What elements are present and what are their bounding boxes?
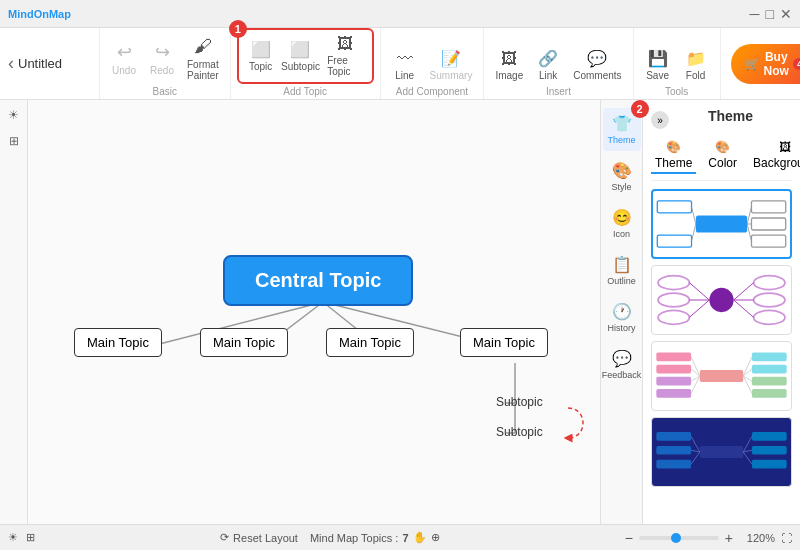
reset-layout-icon[interactable]: ⟳	[220, 531, 229, 544]
fullscreen-icon[interactable]: ⛶	[781, 532, 792, 544]
side-nav-outline[interactable]: 📋 Outline	[603, 249, 641, 292]
side-style-icon: 🎨	[612, 161, 632, 180]
left-sidebar: ☀ ⊞	[0, 100, 28, 524]
add-topic-label: Add Topic	[237, 86, 374, 97]
redo-button[interactable]: ↪ Redo	[144, 38, 180, 79]
image-button[interactable]: 🖼 Image	[490, 47, 528, 84]
svg-rect-52	[656, 460, 691, 469]
line-button[interactable]: 〰 Line	[387, 47, 423, 84]
zoom-out-button[interactable]: −	[625, 530, 633, 546]
maximize-icon[interactable]: □	[766, 6, 774, 22]
side-nav-icon[interactable]: 😊 Icon	[603, 202, 641, 245]
format-painter-button[interactable]: 🖌 Format Painter	[182, 33, 224, 84]
hand-icon[interactable]: ✋	[413, 531, 427, 544]
zoom-slider[interactable]	[639, 536, 719, 540]
theme-thumbnail-2[interactable]	[651, 265, 792, 335]
topic-button[interactable]: ⬜ Topic	[243, 37, 279, 75]
side-feedback-icon: 💬	[612, 349, 632, 368]
svg-rect-37	[752, 353, 787, 362]
undo-button[interactable]: ↩ Undo	[106, 38, 142, 79]
svg-point-22	[658, 310, 689, 324]
cart-icon: 🛒	[745, 57, 760, 71]
zoom-in-button[interactable]: +	[725, 530, 733, 546]
close-icon[interactable]: ✕	[780, 6, 792, 22]
svg-point-23	[754, 276, 785, 290]
minimize-icon[interactable]: ─	[750, 6, 760, 22]
tab-theme[interactable]: 🎨 Theme	[651, 138, 696, 174]
grid-icon[interactable]: ⊞	[26, 531, 35, 544]
svg-point-25	[754, 310, 785, 324]
tab-background[interactable]: 🖼 Background	[749, 138, 800, 174]
main-topic-4[interactable]: Main Topic	[460, 328, 548, 357]
svg-line-15	[692, 224, 696, 241]
svg-rect-13	[751, 235, 785, 247]
theme-thumbnail-4[interactable]	[651, 417, 792, 487]
main-topic-3[interactable]: Main Topic	[326, 328, 414, 357]
window-controls: ─ □ ✕	[750, 6, 792, 22]
subtopic-2[interactable]: Subtopic	[496, 425, 543, 439]
central-topic-node[interactable]: Central Topic	[223, 255, 413, 306]
link-icon: 🔗	[538, 49, 558, 68]
theme-thumbnail-3[interactable]	[651, 341, 792, 411]
buy-now-button[interactable]: 🛒 Buy Now 40%	[731, 44, 800, 84]
svg-rect-55	[752, 460, 787, 469]
side-nav: 2 👕 Theme 🎨 Style 😊 Icon 📋 Outline 🕐	[601, 100, 643, 524]
cursor-icon[interactable]: ⊕	[431, 531, 440, 544]
subtopic-1[interactable]: Subtopic	[496, 395, 543, 409]
grid-button[interactable]: ⊞	[3, 130, 25, 152]
right-panel: 2 👕 Theme 🎨 Style 😊 Icon 📋 Outline 🕐	[600, 100, 800, 524]
collapse-button[interactable]: »	[651, 111, 669, 129]
main-area: ☀ ⊞	[0, 100, 800, 524]
svg-line-29	[734, 283, 754, 300]
main-topic-2[interactable]: Main Topic	[200, 328, 288, 357]
tab-theme-icon: 🎨	[666, 140, 681, 154]
link-button[interactable]: 🔗 Link	[530, 46, 566, 84]
svg-line-31	[734, 300, 754, 317]
redo-icon: ↪	[155, 41, 170, 63]
svg-line-58	[691, 452, 700, 464]
tab-color[interactable]: 🎨 Color	[704, 138, 741, 174]
canvas[interactable]: Central Topic Main Topic Main Topic Main…	[28, 100, 600, 492]
summary-button[interactable]: 📝 Summary	[425, 46, 478, 84]
add-component-label: Add Component	[387, 86, 478, 97]
status-bar: ☀ ⊞ ⟳ Reset Layout Mind Map Topics : 7 ✋…	[0, 524, 800, 550]
side-nav-style[interactable]: 🎨 Style	[603, 155, 641, 198]
svg-rect-35	[656, 377, 691, 386]
discount-badge: 40%	[793, 58, 800, 70]
reset-layout-label[interactable]: Reset Layout	[233, 532, 298, 544]
side-icon-icon: 😊	[612, 208, 632, 227]
canvas-area: Central Topic Main Topic Main Topic Main…	[28, 100, 600, 524]
side-nav-history[interactable]: 🕐 History	[603, 296, 641, 339]
svg-rect-49	[700, 446, 743, 458]
svg-rect-38	[752, 365, 787, 374]
fold-icon: 📁	[686, 49, 706, 68]
theme-panel-title: Theme	[708, 108, 753, 124]
back-button[interactable]: ‹	[8, 53, 14, 74]
subtopic-button[interactable]: ⬜ Subtopic	[281, 37, 321, 75]
svg-rect-50	[656, 432, 691, 441]
fold-button[interactable]: 📁 Fold	[678, 46, 714, 84]
free-topic-button[interactable]: 🖼 Free Topic	[322, 32, 367, 80]
format-painter-icon: 🖌	[194, 36, 212, 57]
svg-rect-34	[656, 365, 691, 374]
save-button[interactable]: 💾 Save	[640, 46, 676, 84]
theme-button[interactable]: ☀	[3, 104, 25, 126]
svg-point-20	[658, 276, 689, 290]
subtopic-icon: ⬜	[290, 40, 310, 59]
image-icon: 🖼	[501, 50, 517, 68]
svg-line-41	[691, 357, 700, 376]
side-outline-icon: 📋	[612, 255, 632, 274]
svg-rect-40	[752, 389, 787, 398]
side-nav-feedback[interactable]: 💬 Feedback	[603, 343, 641, 386]
main-topic-1[interactable]: Main Topic	[74, 328, 162, 357]
status-center: ⟳ Reset Layout Mind Map Topics : 7 ✋ ⊕	[220, 531, 439, 544]
sun-icon[interactable]: ☀	[8, 531, 18, 544]
svg-rect-10	[657, 235, 691, 247]
comments-button[interactable]: 💬 Comments	[568, 46, 626, 84]
line-icon: 〰	[397, 50, 413, 68]
svg-point-21	[658, 293, 689, 307]
toolbar: ‹ Untitled ↩ Undo ↪ Redo 🖌 Format Painte…	[0, 28, 800, 100]
zoom-level: 120%	[739, 532, 775, 544]
add-topic-section: 1 ⬜ Topic ⬜ Subtopic 🖼 Free Topic	[237, 28, 374, 84]
theme-thumbnail-1[interactable]	[651, 189, 792, 259]
